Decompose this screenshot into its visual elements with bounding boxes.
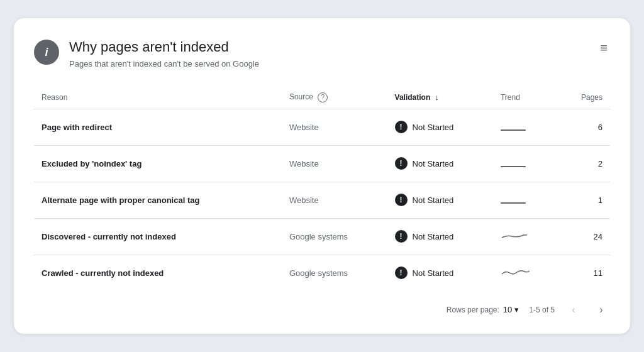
col-header-reason: Reason: [34, 86, 282, 109]
main-card: i Why pages aren't indexed Pages that ar…: [14, 18, 630, 334]
cell-pages: 11: [558, 255, 610, 291]
rows-per-page-select[interactable]: 10 ▾: [503, 305, 519, 314]
header-left: i Why pages aren't indexed Pages that ar…: [34, 38, 259, 69]
cell-trend: [493, 145, 558, 182]
trend-wave: [501, 268, 531, 277]
page-title: Why pages aren't indexed: [69, 38, 259, 57]
table-footer: Rows per page: 10 ▾ 1-5 of 5 ‹ ›: [34, 301, 610, 319]
cell-pages: 6: [558, 109, 610, 145]
cell-source: Website: [282, 145, 387, 182]
not-started-label: Not Started: [413, 195, 454, 205]
pagination-next-button[interactable]: ›: [592, 301, 610, 319]
table-header-row: Reason Source ? Validation ↓ Trend Pages: [34, 86, 610, 109]
source-help-icon[interactable]: ?: [318, 92, 328, 102]
cell-validation: !Not Started: [387, 145, 493, 182]
trend-flat-line: [501, 166, 526, 167]
cell-trend: [493, 255, 558, 291]
pagination-prev-button[interactable]: ‹: [565, 301, 582, 319]
col-header-pages: Pages: [558, 86, 610, 109]
cell-source: Website: [282, 182, 387, 218]
not-started-icon: !: [395, 157, 408, 170]
cell-pages: 1: [558, 182, 610, 218]
not-started-icon: !: [395, 230, 408, 243]
sort-arrow-icon: ↓: [435, 92, 440, 102]
cell-reason: Page with redirect: [34, 109, 282, 145]
trend-slight-wave: [501, 233, 528, 240]
pagination-info: 1-5 of 5: [529, 305, 555, 314]
cell-trend: [493, 109, 558, 145]
cell-validation: !Not Started: [387, 255, 493, 291]
header-text: Why pages aren't indexed Pages that aren…: [69, 38, 259, 69]
cell-reason: Alternate page with proper canonical tag: [34, 182, 282, 218]
col-header-trend: Trend: [493, 86, 558, 109]
table-row: Discovered - currently not indexedGoogle…: [34, 218, 610, 255]
not-started-label: Not Started: [413, 268, 454, 278]
not-started-label: Not Started: [413, 159, 454, 168]
not-started-icon: !: [395, 267, 408, 279]
table-row: Crawled - currently not indexedGoogle sy…: [34, 255, 610, 291]
table-row: Excluded by 'noindex' tagWebsite!Not Sta…: [34, 145, 610, 182]
cell-validation: !Not Started: [387, 182, 493, 218]
not-started-icon: !: [395, 121, 408, 133]
info-icon: i: [34, 40, 59, 65]
cell-reason: Discovered - currently not indexed: [34, 218, 282, 255]
data-table: Reason Source ? Validation ↓ Trend Pages…: [34, 86, 610, 291]
cell-reason: Crawled - currently not indexed: [34, 255, 282, 291]
cell-validation: !Not Started: [387, 218, 493, 255]
cell-source: Website: [282, 109, 387, 145]
next-icon: ›: [599, 304, 602, 316]
not-started-label: Not Started: [413, 123, 454, 132]
filter-icon[interactable]: ≡: [597, 38, 610, 58]
table-row: Page with redirectWebsite!Not Started6: [34, 109, 610, 145]
table-row: Alternate page with proper canonical tag…: [34, 182, 610, 218]
cell-pages: 2: [558, 145, 610, 182]
trend-flat-line: [501, 129, 526, 131]
card-header: i Why pages aren't indexed Pages that ar…: [34, 38, 610, 69]
rows-per-page-value: 10: [503, 305, 512, 314]
trend-flat-line: [501, 202, 526, 204]
prev-icon: ‹: [572, 304, 575, 316]
not-started-icon: !: [395, 194, 408, 206]
cell-trend: [493, 218, 558, 255]
cell-source: Google systems: [282, 255, 387, 291]
not-started-label: Not Started: [413, 232, 454, 241]
col-header-source: Source ?: [282, 86, 387, 109]
col-header-validation[interactable]: Validation ↓: [387, 86, 493, 109]
dropdown-arrow-icon: ▾: [514, 305, 519, 314]
rows-per-page-control: Rows per page: 10 ▾: [447, 305, 519, 314]
cell-reason: Excluded by 'noindex' tag: [34, 145, 282, 182]
cell-pages: 24: [558, 218, 610, 255]
cell-source: Google systems: [282, 218, 387, 255]
rows-per-page-label: Rows per page:: [447, 305, 499, 314]
cell-validation: !Not Started: [387, 109, 493, 145]
page-subtitle: Pages that aren't indexed can't be serve…: [69, 59, 259, 69]
cell-trend: [493, 182, 558, 218]
